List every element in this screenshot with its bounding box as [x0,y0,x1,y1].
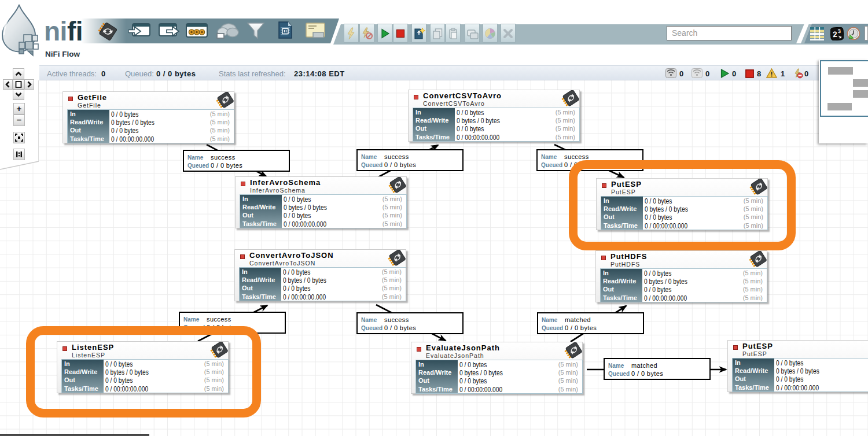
svg-text:2: 2 [833,30,838,39]
svg-text:3: 3 [837,28,841,34]
